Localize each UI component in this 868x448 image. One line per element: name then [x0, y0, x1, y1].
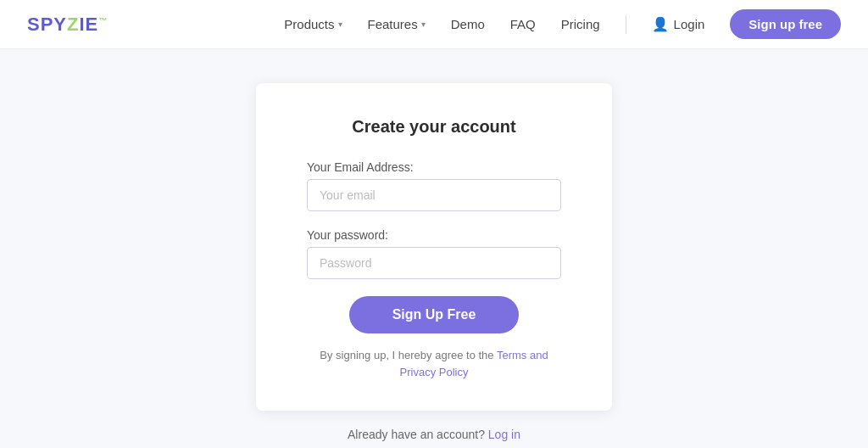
email-field-group: Your Email Address:	[307, 160, 561, 211]
demo-nav-item[interactable]: Demo	[451, 17, 485, 31]
terms-text: By signing up, I hereby agree to the Ter…	[307, 347, 561, 380]
password-label: Your password:	[307, 228, 561, 242]
card-title: Create your account	[307, 117, 561, 137]
login-nav-item[interactable]: 👤 Login	[652, 16, 705, 32]
already-account-text: Already have an account? Log in	[348, 428, 520, 441]
features-chevron-icon: ▾	[421, 20, 426, 29]
logo-tm: ™	[98, 15, 108, 25]
email-label: Your Email Address:	[307, 160, 561, 174]
faq-nav-item[interactable]: FAQ	[510, 17, 536, 31]
password-field-group: Your password:	[307, 228, 561, 279]
features-nav-item[interactable]: Features ▾	[368, 17, 426, 31]
logo-spy: SPY	[27, 14, 67, 35]
logo-ie: IE	[79, 14, 98, 35]
password-input[interactable]	[307, 247, 561, 279]
pricing-nav-item[interactable]: Pricing	[561, 17, 600, 31]
main-content: Create your account Your Email Address: …	[0, 49, 868, 441]
header: SPYZIE™ Products ▾ Features ▾ Demo FAQ P…	[0, 0, 868, 49]
signup-header-button[interactable]: Sign up free	[730, 9, 841, 39]
products-nav-item[interactable]: Products ▾	[284, 17, 342, 31]
person-icon: 👤	[652, 16, 669, 32]
signup-main-button[interactable]: Sign Up Free	[349, 296, 519, 333]
logo[interactable]: SPYZIE™	[27, 14, 108, 36]
email-input[interactable]	[307, 179, 561, 211]
products-chevron-icon: ▾	[338, 20, 342, 29]
login-link[interactable]: Log in	[488, 428, 520, 441]
nav-divider	[626, 15, 626, 34]
logo-z: Z	[67, 14, 79, 35]
main-nav: Products ▾ Features ▾ Demo FAQ Pricing 👤…	[284, 9, 841, 39]
signup-card: Create your account Your Email Address: …	[256, 83, 612, 411]
